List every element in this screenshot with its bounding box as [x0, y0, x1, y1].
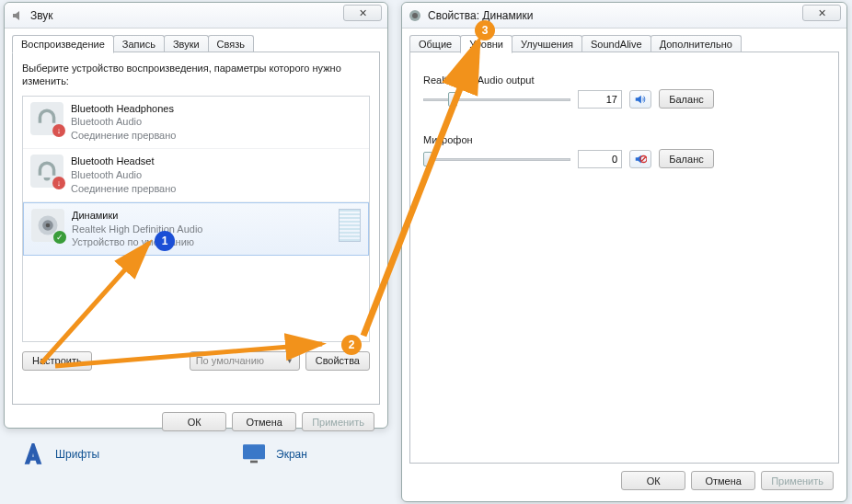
- desktop-label: Экран: [276, 448, 307, 461]
- device-list: ↓ Bluetooth Headphones Bluetooth Audio С…: [22, 96, 370, 342]
- device-status: Устройство по умолчанию: [72, 235, 331, 249]
- speaker-unmuted-icon: [634, 93, 647, 106]
- tab-sounds[interactable]: Звуки: [164, 35, 209, 52]
- slider-thumb[interactable]: [423, 152, 432, 166]
- ok-button[interactable]: ОК: [162, 412, 226, 431]
- window-title: Свойства: Динамики: [428, 9, 533, 22]
- desktop-label: Шрифты: [55, 448, 99, 461]
- device-item-selected[interactable]: ✓ Динамики Realtek High Definition Audio…: [23, 202, 369, 257]
- sound-icon: [10, 8, 25, 23]
- device-name: Bluetooth Headset: [71, 155, 362, 168]
- level-group-output: Realtek HD Audio output 17 Баланс: [423, 74, 825, 109]
- annotation-1: 1: [155, 231, 175, 251]
- device-status: Соединение прервано: [71, 182, 362, 196]
- tab-communications[interactable]: Связь: [208, 35, 254, 52]
- device-item[interactable]: ↓ Bluetooth Headset Bluetooth Audio Соед…: [23, 149, 369, 202]
- speakers-icon: ✓: [31, 209, 64, 242]
- volume-value-mic[interactable]: 0: [578, 150, 622, 168]
- props-titlebar[interactable]: Свойства: Динамики ✕: [402, 3, 846, 29]
- svg-line-8: [641, 156, 645, 160]
- props-tabstrip: Общие Уровни Улучшения SoundAlive Дополн…: [409, 35, 839, 52]
- close-icon: ✕: [359, 7, 367, 19]
- svg-point-6: [412, 13, 418, 18]
- configure-button[interactable]: Настроить: [22, 351, 92, 371]
- tab-recording[interactable]: Запись: [113, 35, 165, 52]
- device-status: Соединение прервано: [71, 129, 362, 143]
- desktop-screen-icon[interactable]: Экран: [239, 441, 307, 467]
- device-item[interactable]: ↓ Bluetooth Headphones Bluetooth Audio С…: [23, 97, 369, 150]
- svg-rect-1: [250, 461, 258, 464]
- properties-button[interactable]: Свойства: [305, 351, 370, 371]
- apply-button[interactable]: Применить: [302, 412, 374, 431]
- headset-icon: ↓: [30, 155, 63, 188]
- cancel-button[interactable]: Отмена: [691, 471, 755, 490]
- window-title: Звук: [30, 9, 53, 22]
- annotation-3: 3: [475, 20, 495, 40]
- svg-rect-0: [243, 444, 265, 459]
- volume-slider-output[interactable]: [423, 90, 570, 109]
- dropdown-label: По умолчанию: [196, 355, 264, 366]
- default-badge-icon: ✓: [53, 231, 66, 244]
- device-name: Bluetooth Headphones: [71, 102, 362, 116]
- monitor-icon: [239, 441, 269, 467]
- speaker-muted-icon: [634, 153, 647, 166]
- annotation-2: 2: [341, 335, 362, 355]
- device-driver: Bluetooth Audio: [71, 115, 362, 129]
- speaker-icon: [408, 8, 422, 23]
- close-icon: ✕: [818, 7, 826, 19]
- balance-button[interactable]: Баланс: [659, 149, 714, 168]
- svg-point-4: [46, 223, 51, 227]
- apply-button[interactable]: Применить: [761, 471, 834, 490]
- device-name: Динамики: [72, 209, 331, 223]
- instruction-text: Выберите устройство воспроизведения, пар…: [22, 62, 370, 88]
- level-group-mic: Микрофон 0 Баланс: [423, 134, 825, 168]
- device-driver: Bluetooth Audio: [71, 168, 362, 182]
- balance-button[interactable]: Баланс: [659, 89, 714, 109]
- tab-playback[interactable]: Воспроизведение: [12, 35, 114, 53]
- speaker-properties-window: Свойства: Динамики ✕ Общие Уровни Улучше…: [401, 2, 847, 502]
- tab-enhancements[interactable]: Улучшения: [512, 35, 582, 52]
- chevron-down-icon: ▼: [286, 357, 294, 365]
- sound-window: Звук ✕ Воспроизведение Запись Звуки Связ…: [4, 2, 388, 429]
- tab-soundalive[interactable]: SoundAlive: [581, 35, 651, 52]
- mute-button-mic[interactable]: [629, 150, 651, 168]
- level-label: Микрофон: [423, 134, 825, 145]
- mute-button-output[interactable]: [629, 90, 651, 109]
- sound-tabstrip: Воспроизведение Запись Звуки Связь: [12, 35, 380, 52]
- slider-thumb[interactable]: [448, 92, 457, 107]
- volume-slider-mic[interactable]: [423, 150, 570, 168]
- close-button[interactable]: ✕: [343, 5, 382, 21]
- level-meter: [339, 209, 361, 242]
- set-default-dropdown[interactable]: По умолчанию ▼: [190, 351, 300, 371]
- tab-advanced[interactable]: Дополнительно: [651, 35, 742, 52]
- cancel-button[interactable]: Отмена: [232, 412, 296, 431]
- sound-titlebar[interactable]: Звук ✕: [5, 3, 387, 29]
- headphones-icon: ↓: [30, 102, 63, 135]
- device-driver: Realtek High Definition Audio: [72, 223, 331, 236]
- volume-value-output[interactable]: 17: [578, 90, 622, 109]
- close-button[interactable]: ✕: [802, 5, 841, 21]
- ok-button[interactable]: ОК: [621, 471, 685, 490]
- error-badge-icon: ↓: [52, 124, 65, 137]
- font-icon: [18, 441, 48, 467]
- tab-general[interactable]: Общие: [409, 35, 461, 52]
- desktop-fonts-icon[interactable]: Шрифты: [18, 441, 99, 467]
- error-badge-icon: ↓: [52, 177, 65, 189]
- level-label: Realtek HD Audio output: [423, 74, 825, 86]
